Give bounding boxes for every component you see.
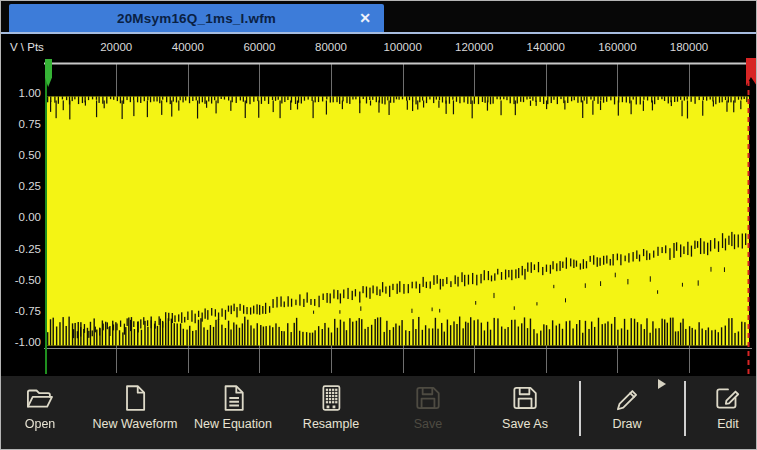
new-waveform-button-label: New Waveform <box>93 417 178 431</box>
document-text-icon <box>218 383 248 413</box>
x-tick-label: 160000 <box>598 41 636 53</box>
axis-corner-label: V \ Pts <box>10 41 44 53</box>
x-tick-label: 140000 <box>527 41 565 53</box>
tab-title: 20Msym16Q_1ms_I.wfm <box>117 11 276 26</box>
x-tick-label: 100000 <box>383 41 421 53</box>
waveform-editor-window: 20Msym16Q_1ms_I.wfm ✕ V \ Pts 2000040000… <box>0 0 757 450</box>
floppy-disk-icon <box>510 383 540 413</box>
tab-waveform-file[interactable]: 20Msym16Q_1ms_I.wfm ✕ <box>9 4 384 32</box>
y-axis-label: -1.00 <box>1 336 41 348</box>
new-document-icon <box>120 383 150 413</box>
close-icon[interactable]: ✕ <box>359 9 371 27</box>
save-as-button[interactable]: Save As <box>502 383 548 431</box>
x-tick-label: 60000 <box>243 41 275 53</box>
new-equation-button[interactable]: New Equation <box>194 383 272 431</box>
x-tick-label: 20000 <box>100 41 132 53</box>
y-axis-label: 0.00 <box>1 211 41 223</box>
draw-button-label: Draw <box>612 417 641 431</box>
y-axis-label: -0.75 <box>1 305 41 317</box>
open-folder-icon <box>25 383 55 413</box>
save-as-button-label: Save As <box>502 417 548 431</box>
save-button: Save <box>413 383 443 431</box>
toolbar: Open New Waveform New Equation <box>1 376 757 450</box>
y-axis-label: 1.00 <box>1 87 41 99</box>
save-button-label: Save <box>414 417 443 431</box>
x-tick-label: 180000 <box>670 41 708 53</box>
toolbar-divider <box>684 381 686 436</box>
x-axis-header: V \ Pts 20000400006000080000100000120000… <box>1 34 757 61</box>
edit-square-icon <box>713 383 743 413</box>
new-equation-button-label: New Equation <box>194 417 272 431</box>
floppy-disk-icon <box>413 383 443 413</box>
toolbar-divider <box>579 381 581 436</box>
draw-button[interactable]: Draw <box>612 383 642 431</box>
open-button[interactable]: Open <box>25 383 56 431</box>
edit-button[interactable]: Edit <box>713 383 743 431</box>
resample-button-label: Resample <box>303 417 359 431</box>
y-axis-label: -0.25 <box>1 243 41 255</box>
pencil-icon <box>612 383 642 413</box>
open-button-label: Open <box>25 417 56 431</box>
y-axis-label: -0.50 <box>1 274 41 286</box>
edit-button-label: Edit <box>717 417 739 431</box>
draw-flyout-arrow-icon[interactable] <box>658 379 666 389</box>
resample-grid-icon <box>316 383 346 413</box>
y-axis-label: 0.50 <box>1 149 41 161</box>
tab-bar: 20Msym16Q_1ms_I.wfm ✕ <box>1 1 757 34</box>
waveform-plot[interactable] <box>44 61 752 376</box>
x-tick-label: 120000 <box>455 41 493 53</box>
x-tick-label: 40000 <box>172 41 204 53</box>
y-axis-label: 0.25 <box>1 180 41 192</box>
x-tick-label: 80000 <box>315 41 347 53</box>
y-axis-label: 0.75 <box>1 118 41 130</box>
resample-button[interactable]: Resample <box>303 383 359 431</box>
new-waveform-button[interactable]: New Waveform <box>93 383 178 431</box>
